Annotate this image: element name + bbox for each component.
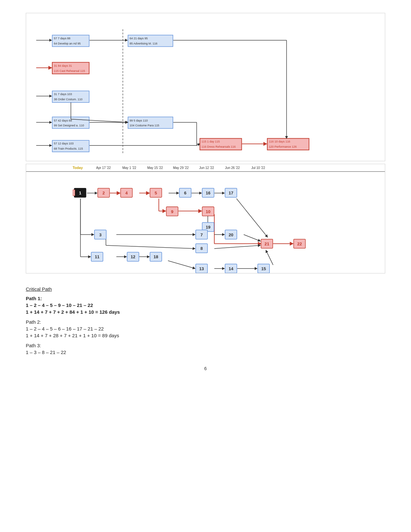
path2-nodes: 1 – 2 – 4 – 5 – 6 – 16 – 17 – 21 – 22: [26, 326, 385, 331]
path3-label: Path 3:: [26, 343, 385, 348]
svg-text:115       1 day       115: 115 1 day 115: [201, 140, 220, 143]
svg-text:116   Dress Rehearsals 116: 116 Dress Rehearsals 116: [201, 145, 236, 148]
critical-path-title: Critical Path: [26, 286, 385, 292]
svg-text:18: 18: [153, 254, 158, 259]
timeline-date-7: Jul 10 '22: [245, 166, 271, 170]
svg-text:31        7 days       103: 31 7 days 103: [54, 93, 72, 96]
svg-text:14: 14: [229, 266, 233, 271]
top-network-diagram: 57 7 days 88 64 Develop an Ad 95 64 21 d…: [26, 13, 385, 161]
svg-text:7: 7: [201, 232, 203, 237]
svg-rect-13: [52, 91, 89, 103]
svg-rect-21: [128, 117, 173, 129]
svg-text:8: 8: [201, 246, 203, 251]
svg-text:5: 5: [155, 191, 157, 195]
timeline-date-5: Jun 12 '22: [194, 166, 220, 170]
svg-text:31       84 days       31: 31 84 days 31: [54, 64, 72, 67]
svg-rect-88: [73, 190, 75, 196]
path2-label: Path 2:: [26, 319, 385, 325]
svg-text:4: 4: [125, 191, 128, 195]
svg-text:99       5 days       110: 99 5 days 110: [130, 119, 148, 122]
svg-text:68    Train Products. 115: 68 Train Products. 115: [54, 147, 83, 150]
svg-text:57        7 days        88: 57 7 days 88: [54, 37, 70, 40]
svg-text:85    Advertising M. 116: 85 Advertising M. 116: [130, 42, 157, 45]
svg-text:64      21 days       95: 64 21 days 95: [130, 37, 148, 40]
page: 57 7 days 88 64 Develop an Ad 95 64 21 d…: [0, 0, 411, 532]
svg-line-82: [168, 261, 195, 269]
svg-text:6: 6: [184, 191, 186, 195]
svg-line-85: [266, 250, 273, 265]
path1-nodes: 1 – 2 – 4 – 5 – 9 – 10 – 21 – 22: [26, 302, 385, 308]
svg-text:16: 16: [206, 191, 210, 195]
timeline-date-3: May 15 '22: [142, 166, 168, 170]
svg-text:19: 19: [206, 225, 210, 230]
svg-text:115   Cast Rehearsal 115: 115 Cast Rehearsal 115: [54, 69, 85, 73]
svg-rect-9: [52, 62, 89, 74]
svg-text:20: 20: [229, 232, 233, 237]
path1-label: Path 1:: [26, 296, 385, 301]
timeline-header: Today Apr 17 '22 May 1 '22 May 15 '22 Ma…: [26, 164, 385, 172]
path3-nodes: 1 – 3 – 8 – 21 – 22: [26, 350, 385, 355]
svg-text:2: 2: [103, 191, 105, 195]
svg-rect-5: [128, 35, 173, 47]
svg-text:120     Performance  126: 120 Performance 126: [269, 145, 297, 148]
svg-text:15: 15: [261, 266, 266, 271]
svg-text:3: 3: [99, 232, 102, 237]
svg-rect-27: [52, 140, 89, 152]
svg-text:9: 9: [171, 209, 173, 214]
svg-line-77: [244, 234, 260, 241]
svg-text:22: 22: [297, 241, 302, 246]
bottom-network-section: Today Apr 17 '22 May 1 '22 May 15 '22 Ma…: [26, 164, 385, 273]
svg-line-25: [71, 119, 128, 123]
timeline-date-2: May 1 '22: [116, 166, 142, 170]
svg-line-74: [214, 245, 260, 249]
svg-text:64    Develop an Ad 95: 64 Develop an Ad 95: [54, 42, 81, 45]
svg-text:13: 13: [199, 266, 204, 271]
page-number: 6: [26, 366, 385, 371]
svg-text:57       12 days       103: 57 12 days 103: [54, 142, 73, 145]
svg-text:116     10 days     116: 116 10 days 116: [269, 140, 290, 143]
svg-text:21: 21: [265, 241, 269, 246]
timeline-date-4: May 29 '22: [168, 166, 194, 170]
svg-rect-1: [52, 35, 89, 47]
svg-text:10: 10: [206, 209, 210, 214]
critical-path-section: Critical Path Path 1: 1 – 2 – 4 – 5 – 9 …: [26, 283, 385, 360]
svg-rect-17: [52, 117, 89, 129]
svg-text:1: 1: [79, 191, 81, 195]
svg-line-76: [237, 199, 268, 237]
today-label: Today: [65, 166, 91, 170]
svg-rect-32: [200, 138, 241, 150]
svg-text:17: 17: [229, 191, 233, 195]
svg-line-73: [106, 245, 195, 249]
svg-text:99   Set Designed a. 110: 99 Set Designed a. 110: [54, 124, 84, 127]
timeline-date-1: Apr 17 '22: [91, 166, 116, 170]
path1-calc: 1 + 14 + 7 + 7 + 2 + 84 + 1 + 10 = 126 d…: [26, 309, 385, 315]
svg-text:38    Order Costum. 110: 38 Order Costum. 110: [54, 98, 83, 101]
svg-text:104   Costume Para 115: 104 Costume Para 115: [130, 124, 159, 127]
svg-text:57       42 days        68: 57 42 days 68: [54, 119, 72, 122]
svg-text:12: 12: [131, 254, 135, 259]
timeline-date-6: Jun 26 '22: [220, 166, 245, 170]
svg-line-31: [197, 143, 200, 145]
svg-rect-36: [267, 138, 309, 150]
path2-calc: 1 + 14 + 7 + 28 + 7 + 21 + 1 + 10 = 89 d…: [26, 333, 385, 338]
svg-text:11: 11: [95, 254, 100, 259]
